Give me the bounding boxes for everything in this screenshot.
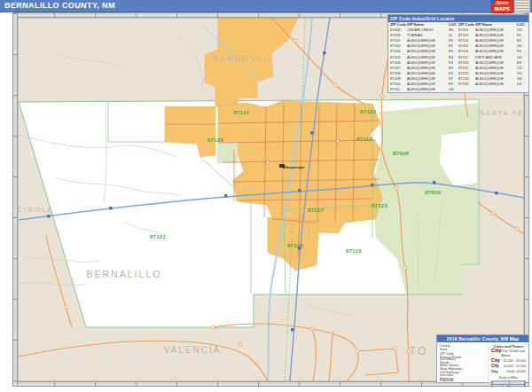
zip-index-body: 87008CEDAR CRESTH387112ALBUQUERQUEG38705… xyxy=(388,27,528,92)
city-marker xyxy=(279,164,285,168)
zip-cell xyxy=(517,87,527,92)
brand-logo-box: Market MAPS xyxy=(491,0,513,13)
scale-tick: 2.5 xyxy=(506,385,511,388)
zip-cell xyxy=(475,87,517,92)
city-range: Over 50,000 and Above xyxy=(501,349,526,358)
page-title: BERNALILLO COUNTY, NM xyxy=(0,0,532,10)
scale-tick: 0 xyxy=(491,385,493,388)
legend-title: 2016 Bernalillo County, NM Map xyxy=(437,335,528,342)
scale-label: Scale in Miles xyxy=(491,376,526,380)
ruler-left xyxy=(12,12,18,387)
city-sample: City xyxy=(491,358,500,363)
legend-cities: CityOver 50,000 and AboveCity25,000 - 50… xyxy=(491,349,526,374)
brand-logo: Market MAPS xyxy=(491,0,530,13)
zip-cell xyxy=(458,87,475,92)
city-range: Under 10,000 xyxy=(506,370,526,374)
brand-name-top: Market xyxy=(495,2,510,6)
zip-cell: ALBUQUERQUE xyxy=(407,87,449,92)
title-bar: BERNALILLO COUNTY, NM xyxy=(0,0,532,12)
zip-index-table: ZIP Code Index/Grid Locator ZIP CodeZIP … xyxy=(387,14,529,93)
logo-info-box xyxy=(514,0,530,13)
zip-index-row: 87111ALBUQUERQUEG3 xyxy=(388,87,528,92)
legend-scale: Scale in Miles 02.55 xyxy=(491,376,526,388)
scale-ticks: 02.55 xyxy=(491,385,526,388)
city-sample: City xyxy=(491,369,498,373)
legend-city-class: CityUnder 10,000 xyxy=(491,369,526,374)
brand-name-bottom: MAPS xyxy=(495,6,510,12)
legend-line-label: Railroads xyxy=(440,379,465,382)
scale-tick: 5 xyxy=(524,385,526,388)
zip-cell: G3 xyxy=(449,87,458,92)
scale-bar xyxy=(491,380,526,385)
legend-box: 2016 Bernalillo County, NM Map CountySta… xyxy=(436,334,529,383)
legend-lines: CountyStateZIP CodePrimary RoadsSecondar… xyxy=(440,344,486,388)
zip-cell: 87111 xyxy=(390,87,407,92)
city-sample: City xyxy=(491,364,499,368)
legend-line-item: Railroads xyxy=(440,379,486,382)
city-range: 25,000 - 50,000 xyxy=(504,359,526,364)
city-range: 10,000 - 25,000 xyxy=(504,365,526,369)
city-sample: City xyxy=(491,349,501,353)
zip-index-header: ZIP Code Index/Grid Locator xyxy=(388,15,528,22)
logo-accent-icon xyxy=(490,0,494,4)
